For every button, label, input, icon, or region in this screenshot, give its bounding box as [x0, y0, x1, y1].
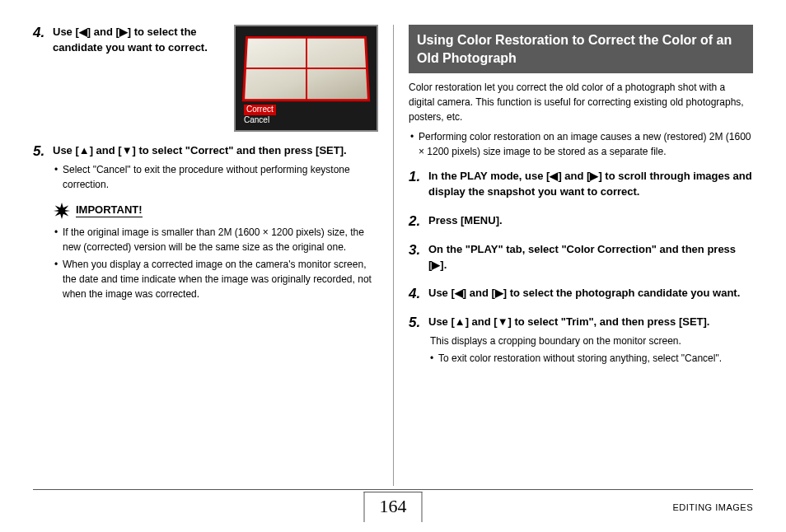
- bullet-icon: •: [53, 257, 63, 301]
- step-number: 2.: [409, 213, 428, 232]
- important-bullet-2: • When you display a corrected image on …: [53, 257, 378, 301]
- r-step-4: 4. Use [◀] and [▶] to select the photogr…: [409, 286, 753, 305]
- step-number: 4.: [33, 25, 53, 59]
- r-step-2: 2. Press [MENU].: [409, 213, 753, 232]
- bullet-icon: •: [409, 129, 419, 159]
- right-arrow-icon: ▶: [590, 170, 598, 182]
- left-arrow-icon: ◀: [79, 26, 87, 38]
- step-5-title: Use [▲] and [▼] to select "Correct" and …: [53, 143, 378, 159]
- up-arrow-icon: ▲: [79, 144, 90, 156]
- right-arrow-icon: ▶: [119, 26, 128, 38]
- left-arrow-icon: ◀: [455, 287, 463, 299]
- bullet-icon: •: [53, 225, 63, 254]
- important-label: IMPORTANT!: [76, 203, 143, 217]
- step-5: 5. Use [▲] and [▼] to select "Correct" a…: [33, 143, 378, 192]
- up-arrow-icon: ▲: [455, 315, 466, 328]
- thumb-option-cancel: Cancel: [244, 115, 269, 124]
- right-column: Using Color Restoration to Correct the C…: [393, 25, 753, 486]
- r-step-2-title: Press [MENU].: [428, 213, 753, 229]
- page-body: 4. Use [◀] and [▶] to select the candida…: [0, 0, 786, 486]
- intro-bullet-text: Performing color restoration on an image…: [419, 129, 753, 159]
- svg-marker-0: [54, 203, 70, 219]
- r-step-5-bullet: • To exit color restoration without stor…: [428, 351, 753, 366]
- step-4: 4. Use [◀] and [▶] to select the candida…: [33, 25, 378, 132]
- intro-bullet: • Performing color restoration on an ima…: [409, 129, 753, 159]
- down-arrow-icon: ▼: [122, 144, 133, 156]
- candidate-thumbnail: Correct Cancel: [234, 25, 378, 132]
- r-step-3: 3. On the "PLAY" tab, select "Color Corr…: [409, 242, 753, 277]
- left-arrow-icon: ◀: [550, 170, 558, 182]
- r-step-1: 1. In the PLAY mode, use [◀] and [▶] to …: [409, 169, 753, 203]
- thumb-option-correct: Correct: [244, 105, 276, 115]
- right-arrow-icon: ▶: [495, 287, 503, 299]
- r-step-5-sub: This displays a cropping boundary on the…: [430, 334, 753, 348]
- page-number: 164: [364, 492, 423, 522]
- important-bullet-1: • If the original image is smaller than …: [53, 225, 378, 254]
- r-step-5: 5. Use [▲] and [▼] to select "Trim", and…: [409, 315, 753, 366]
- r-step-3-title: On the "PLAY" tab, select "Color Correct…: [428, 242, 753, 273]
- step-5-bullet-text: Select "Cancel" to exit the procedure wi…: [63, 162, 378, 192]
- step-number: 5.: [409, 315, 428, 366]
- section-intro: Color restoration let you correct the ol…: [409, 80, 753, 124]
- r-step-1-title: In the PLAY mode, use [◀] and [▶] to scr…: [428, 169, 753, 200]
- bullet-icon: •: [53, 162, 63, 192]
- footer-section-label: EDITING IMAGES: [673, 502, 753, 512]
- step-4-title: Use [◀] and [▶] to select the candidate …: [53, 25, 222, 56]
- left-column: 4. Use [◀] and [▶] to select the candida…: [33, 25, 393, 486]
- r-step-4-title: Use [◀] and [▶] to select the photograph…: [428, 286, 753, 301]
- page-footer: 164 EDITING IMAGES: [33, 489, 753, 522]
- section-header: Using Color Restoration to Correct the C…: [409, 25, 753, 73]
- important-bullet-2-text: When you display a corrected image on th…: [63, 257, 378, 301]
- step-number: 5.: [33, 143, 53, 192]
- step-number: 4.: [409, 286, 428, 305]
- burst-icon: [53, 202, 71, 220]
- important-block: IMPORTANT! • If the original image is sm…: [53, 202, 378, 301]
- thumbnail-grid: [242, 36, 370, 101]
- bullet-icon: •: [428, 351, 438, 366]
- down-arrow-icon: ▼: [498, 315, 508, 328]
- important-bullet-1-text: If the original image is smaller than 2M…: [63, 225, 378, 254]
- step-number: 1.: [409, 169, 428, 203]
- r-step-5-title: Use [▲] and [▼] to select "Trim", and th…: [428, 315, 753, 330]
- right-arrow-icon: ▶: [432, 259, 440, 271]
- thumbnail-options: Correct Cancel: [244, 105, 276, 125]
- step-5-bullet: • Select "Cancel" to exit the procedure …: [53, 162, 378, 192]
- r-step-5-bullet-text: To exit color restoration without storin…: [438, 351, 722, 366]
- step-number: 3.: [409, 242, 428, 277]
